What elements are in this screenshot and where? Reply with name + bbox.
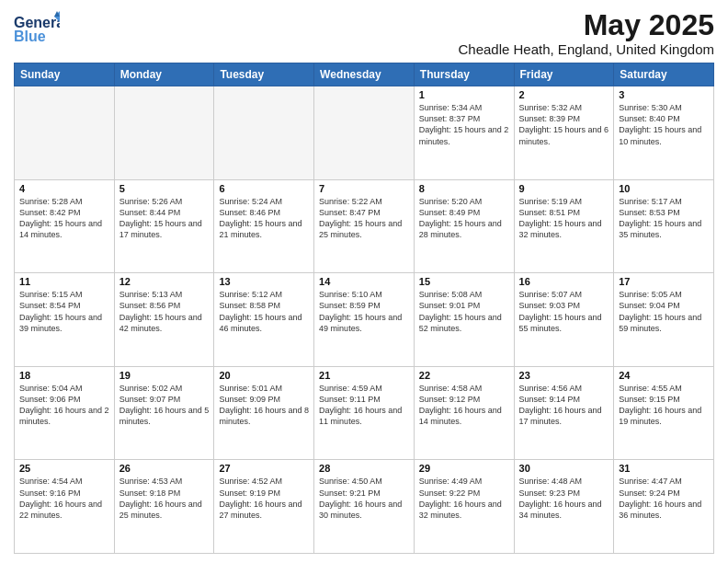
- calendar-week-row: 25Sunrise: 4:54 AMSunset: 9:16 PMDayligh…: [15, 460, 714, 554]
- table-cell: 28Sunrise: 4:50 AMSunset: 9:21 PMDayligh…: [314, 460, 415, 554]
- table-cell: 23Sunrise: 4:56 AMSunset: 9:14 PMDayligh…: [514, 366, 614, 460]
- day-number: 17: [619, 276, 709, 287]
- day-number: 29: [419, 463, 509, 474]
- table-cell: 12Sunrise: 5:13 AMSunset: 8:56 PMDayligh…: [114, 273, 214, 367]
- cell-info: Sunrise: 5:20 AMSunset: 8:49 PMDaylight:…: [419, 196, 509, 241]
- table-cell: 15Sunrise: 5:08 AMSunset: 9:01 PMDayligh…: [414, 273, 514, 367]
- cell-info: Sunrise: 5:12 AMSunset: 8:58 PMDaylight:…: [219, 289, 309, 334]
- cell-info: Sunrise: 4:52 AMSunset: 9:19 PMDaylight:…: [219, 476, 309, 521]
- table-cell: 20Sunrise: 5:01 AMSunset: 9:09 PMDayligh…: [214, 366, 314, 460]
- day-number: 1: [419, 89, 509, 100]
- day-number: 14: [319, 276, 409, 287]
- table-cell: 9Sunrise: 5:19 AMSunset: 8:51 PMDaylight…: [514, 179, 614, 273]
- logo-icon: General Blue: [14, 9, 60, 46]
- col-sunday: Sunday: [15, 63, 115, 86]
- table-cell: 14Sunrise: 5:10 AMSunset: 8:59 PMDayligh…: [314, 273, 415, 367]
- table-cell: 30Sunrise: 4:48 AMSunset: 9:23 PMDayligh…: [514, 460, 614, 554]
- cell-info: Sunrise: 5:04 AMSunset: 9:06 PMDaylight:…: [19, 383, 109, 428]
- table-cell: 11Sunrise: 5:15 AMSunset: 8:54 PMDayligh…: [15, 273, 115, 367]
- cell-info: Sunrise: 4:58 AMSunset: 9:12 PMDaylight:…: [419, 383, 509, 428]
- month-title: May 2025: [458, 9, 714, 41]
- day-number: 25: [19, 463, 109, 474]
- calendar-week-row: 4Sunrise: 5:28 AMSunset: 8:42 PMDaylight…: [15, 179, 714, 273]
- table-cell: 5Sunrise: 5:26 AMSunset: 8:44 PMDaylight…: [114, 179, 214, 273]
- table-cell: 18Sunrise: 5:04 AMSunset: 9:06 PMDayligh…: [15, 366, 115, 460]
- cell-info: Sunrise: 5:28 AMSunset: 8:42 PMDaylight:…: [19, 196, 109, 241]
- table-cell: 29Sunrise: 4:49 AMSunset: 9:22 PMDayligh…: [414, 460, 514, 554]
- col-monday: Monday: [114, 63, 214, 86]
- cell-info: Sunrise: 5:10 AMSunset: 8:59 PMDaylight:…: [319, 289, 409, 334]
- cell-info: Sunrise: 4:59 AMSunset: 9:11 PMDaylight:…: [319, 383, 409, 428]
- cell-info: Sunrise: 4:56 AMSunset: 9:14 PMDaylight:…: [519, 383, 609, 428]
- cell-info: Sunrise: 4:55 AMSunset: 9:15 PMDaylight:…: [619, 383, 709, 428]
- day-number: 28: [319, 463, 409, 474]
- col-saturday: Saturday: [614, 63, 714, 86]
- cell-info: Sunrise: 5:17 AMSunset: 8:53 PMDaylight:…: [619, 196, 709, 241]
- table-cell: 26Sunrise: 4:53 AMSunset: 9:18 PMDayligh…: [114, 460, 214, 554]
- day-number: 13: [219, 276, 309, 287]
- calendar-week-row: 18Sunrise: 5:04 AMSunset: 9:06 PMDayligh…: [15, 366, 714, 460]
- cell-info: Sunrise: 5:01 AMSunset: 9:09 PMDaylight:…: [219, 383, 309, 428]
- cell-info: Sunrise: 5:19 AMSunset: 8:51 PMDaylight:…: [519, 196, 609, 241]
- cell-info: Sunrise: 5:08 AMSunset: 9:01 PMDaylight:…: [419, 289, 509, 334]
- table-cell: 27Sunrise: 4:52 AMSunset: 9:19 PMDayligh…: [214, 460, 314, 554]
- table-cell: 4Sunrise: 5:28 AMSunset: 8:42 PMDaylight…: [15, 179, 115, 273]
- day-number: 26: [119, 463, 210, 474]
- day-number: 31: [619, 463, 709, 474]
- day-number: 2: [519, 89, 609, 100]
- cell-info: Sunrise: 4:49 AMSunset: 9:22 PMDaylight:…: [419, 476, 509, 521]
- cell-info: Sunrise: 4:53 AMSunset: 9:18 PMDaylight:…: [119, 476, 210, 521]
- table-cell: 22Sunrise: 4:58 AMSunset: 9:12 PMDayligh…: [414, 366, 514, 460]
- table-cell: [314, 86, 415, 180]
- cell-info: Sunrise: 5:34 AMSunset: 8:37 PMDaylight:…: [419, 102, 509, 147]
- cell-info: Sunrise: 5:24 AMSunset: 8:46 PMDaylight:…: [219, 196, 309, 241]
- day-number: 19: [119, 370, 210, 381]
- day-number: 16: [519, 276, 609, 287]
- location: Cheadle Heath, England, United Kingdom: [458, 41, 714, 57]
- day-number: 22: [419, 370, 509, 381]
- table-cell: 2Sunrise: 5:32 AMSunset: 8:39 PMDaylight…: [514, 86, 614, 180]
- cell-info: Sunrise: 4:50 AMSunset: 9:21 PMDaylight:…: [319, 476, 409, 521]
- table-cell: 17Sunrise: 5:05 AMSunset: 9:04 PMDayligh…: [614, 273, 714, 367]
- cell-info: Sunrise: 4:48 AMSunset: 9:23 PMDaylight:…: [519, 476, 609, 521]
- cell-info: Sunrise: 5:15 AMSunset: 8:54 PMDaylight:…: [19, 289, 109, 334]
- cell-info: Sunrise: 5:30 AMSunset: 8:40 PMDaylight:…: [619, 102, 709, 147]
- col-thursday: Thursday: [414, 63, 514, 86]
- table-cell: [214, 86, 314, 180]
- day-number: 21: [319, 370, 409, 381]
- table-cell: 8Sunrise: 5:20 AMSunset: 8:49 PMDaylight…: [414, 179, 514, 273]
- calendar-week-row: 1Sunrise: 5:34 AMSunset: 8:37 PMDaylight…: [15, 86, 714, 180]
- day-number: 5: [119, 183, 210, 194]
- table-cell: 16Sunrise: 5:07 AMSunset: 9:03 PMDayligh…: [514, 273, 614, 367]
- table-cell: 7Sunrise: 5:22 AMSunset: 8:47 PMDaylight…: [314, 179, 415, 273]
- day-number: 8: [419, 183, 509, 194]
- day-number: 27: [219, 463, 309, 474]
- day-number: 3: [619, 89, 709, 100]
- table-cell: 31Sunrise: 4:47 AMSunset: 9:24 PMDayligh…: [614, 460, 714, 554]
- table-cell: 13Sunrise: 5:12 AMSunset: 8:58 PMDayligh…: [214, 273, 314, 367]
- cell-info: Sunrise: 5:26 AMSunset: 8:44 PMDaylight:…: [119, 196, 210, 241]
- table-cell: 19Sunrise: 5:02 AMSunset: 9:07 PMDayligh…: [114, 366, 214, 460]
- cell-info: Sunrise: 5:07 AMSunset: 9:03 PMDaylight:…: [519, 289, 609, 334]
- table-cell: 3Sunrise: 5:30 AMSunset: 8:40 PMDaylight…: [614, 86, 714, 180]
- cell-info: Sunrise: 5:22 AMSunset: 8:47 PMDaylight:…: [319, 196, 409, 241]
- cell-info: Sunrise: 5:32 AMSunset: 8:39 PMDaylight:…: [519, 102, 609, 147]
- day-number: 7: [319, 183, 409, 194]
- day-number: 12: [119, 276, 210, 287]
- table-cell: 21Sunrise: 4:59 AMSunset: 9:11 PMDayligh…: [314, 366, 415, 460]
- table-cell: 24Sunrise: 4:55 AMSunset: 9:15 PMDayligh…: [614, 366, 714, 460]
- table-cell: 1Sunrise: 5:34 AMSunset: 8:37 PMDaylight…: [414, 86, 514, 180]
- logo: General Blue: [14, 9, 60, 46]
- cell-info: Sunrise: 4:54 AMSunset: 9:16 PMDaylight:…: [19, 476, 109, 521]
- col-wednesday: Wednesday: [314, 63, 415, 86]
- svg-text:Blue: Blue: [14, 29, 46, 44]
- table-cell: 25Sunrise: 4:54 AMSunset: 9:16 PMDayligh…: [15, 460, 115, 554]
- day-number: 11: [19, 276, 109, 287]
- header: General Blue May 2025 Cheadle Heath, Eng…: [14, 9, 714, 57]
- day-number: 6: [219, 183, 309, 194]
- header-right: May 2025 Cheadle Heath, England, United …: [458, 9, 714, 57]
- cell-info: Sunrise: 4:47 AMSunset: 9:24 PMDaylight:…: [619, 476, 709, 521]
- day-number: 30: [519, 463, 609, 474]
- day-number: 4: [19, 183, 109, 194]
- calendar-table: Sunday Monday Tuesday Wednesday Thursday…: [14, 63, 714, 554]
